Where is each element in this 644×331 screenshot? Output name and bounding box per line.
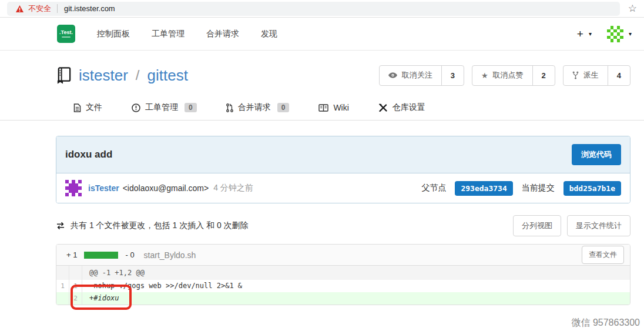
gutter-old — [56, 266, 69, 280]
parent-commit-sha[interactable]: 293eda3734 — [455, 181, 512, 196]
tab-issues-label: 工单管理 — [145, 102, 178, 113]
brand-logo-text: .Test. — [59, 30, 73, 35]
commit-sha-group: 父节点 293eda3734 当前提交 bdd25a7b1e — [421, 181, 621, 196]
fork-icon — [572, 71, 579, 79]
url-separator — [57, 4, 58, 13]
user-menu[interactable]: ▾ — [607, 26, 632, 42]
brand-logo-subline — [62, 36, 71, 38]
fork-label: 派生 — [583, 70, 599, 81]
split-view-button[interactable]: 分列视图 — [513, 215, 561, 236]
repo-name-link[interactable]: gittest — [147, 66, 187, 85]
author-avatar-identicon — [65, 180, 82, 196]
tab-wiki-label: Wiki — [333, 103, 348, 112]
tab-wiki[interactable]: Wiki — [318, 103, 348, 112]
repo-path-separator: / — [136, 67, 140, 83]
diff-view-buttons: 分列视图 显示文件统计 — [513, 215, 630, 236]
repo-title: istester / gittest — [56, 66, 188, 85]
tab-pull-requests-label: 合并请求 — [238, 102, 271, 113]
tab-files[interactable]: 文件 — [73, 102, 102, 113]
watermark-text: 微信 957863300 — [571, 317, 640, 329]
additions-count: + 1 — [66, 250, 77, 259]
commit-time: 4 分钟之前 — [213, 183, 253, 193]
gutter-old-line-number[interactable]: 1 — [56, 280, 69, 292]
show-file-stats-button[interactable]: 显示文件统计 — [567, 215, 630, 236]
user-avatar-identicon — [607, 26, 623, 42]
commit-box: idoxu add 浏览代码 isTester <idolaoxu@gmail.… — [56, 136, 630, 203]
browse-code-button[interactable]: 浏览代码 — [572, 144, 621, 165]
diff-line-context: 1 1 nohup ./gogs web >>/dev/null 2>&1 & — [56, 280, 630, 292]
view-file-button[interactable]: 查看文件 — [582, 246, 624, 264]
red-annotation-box — [71, 285, 132, 310]
bookmark-star-icon[interactable]: ☆ — [628, 4, 637, 14]
commit-header: idoxu add 浏览代码 — [56, 136, 630, 173]
repo-tabs: 文件 工单管理 0 — [56, 95, 630, 120]
diff-summary-row: 共有 1 个文件被更改，包括 1 次插入 和 0 次删除 分列视图 显示文件统计 — [56, 215, 630, 236]
browser-bar: 不安全 git.istester.com ☆ — [0, 0, 644, 18]
navbar: .Test. 控制面板 工单管理 合并请求 发现 + ▾ — [0, 18, 644, 51]
chevron-down-icon: ▾ — [589, 31, 592, 37]
tab-repo-settings[interactable]: 仓库设置 — [378, 102, 425, 113]
forks-count[interactable]: 4 — [608, 66, 630, 85]
tab-issues[interactable]: 工单管理 0 — [132, 102, 197, 113]
deletions-count: - 0 — [125, 250, 134, 259]
author-email: <idolaoxu@gmail.com> — [123, 183, 209, 193]
repo-book-icon — [56, 66, 72, 84]
unwatch-label: 取消关注 — [402, 70, 432, 81]
star-icon: ★ — [481, 71, 488, 80]
additions-bar — [84, 252, 118, 259]
watchers-count[interactable]: 3 — [441, 66, 464, 85]
security-warning-label[interactable]: 不安全 — [28, 4, 51, 14]
nav-item-explore[interactable]: 发现 — [261, 29, 277, 39]
repo-owner-link[interactable]: istester — [79, 66, 128, 85]
repo-tabs-strip: 文件 工单管理 0 — [0, 95, 644, 121]
pull-requests-count-badge: 0 — [277, 103, 290, 112]
wiki-book-icon — [318, 104, 328, 112]
diff-table: @@ -1 +1,2 @@ 1 1 nohup ./gogs web >>/de… — [56, 266, 630, 305]
url-text[interactable]: git.istester.com — [64, 4, 115, 13]
fork-button-group: 派生 4 — [563, 65, 630, 86]
diff-hunk-row: @@ -1 +1,2 @@ — [56, 266, 630, 280]
eye-icon — [388, 72, 397, 78]
diff-file-header: + 1 - 0 start_Byldo.sh 查看文件 — [56, 245, 630, 266]
plus-icon: + — [577, 28, 583, 39]
nav-item-dashboard[interactable]: 控制面板 — [97, 29, 130, 39]
nav-item-issues[interactable]: 工单管理 — [152, 29, 185, 39]
brand-logo[interactable]: .Test. — [57, 25, 75, 43]
unstar-button[interactable]: ★ 取消点赞 — [472, 66, 532, 85]
pull-request-icon — [226, 103, 233, 112]
tab-files-label: 文件 — [86, 102, 102, 113]
url-field[interactable]: 不安全 git.istester.com — [7, 2, 620, 16]
commit-meta-row: isTester <idolaoxu@gmail.com> 4 分钟之前 父节点… — [56, 173, 630, 203]
chevron-down-icon: ▾ — [629, 31, 632, 37]
current-commit-label: 当前提交 — [522, 183, 555, 193]
diff-line-text: +#idoxu — [82, 292, 630, 305]
current-commit-sha[interactable]: bdd25a7b1e — [564, 181, 621, 196]
commit-message: idoxu add — [65, 149, 112, 161]
create-new-dropdown[interactable]: + ▾ — [577, 28, 592, 39]
tab-pull-requests[interactable]: 合并请求 0 — [226, 102, 290, 113]
tools-icon — [378, 103, 388, 112]
tab-repo-settings-label: 仓库设置 — [393, 102, 425, 113]
diff-line-added: 2 +#idoxu — [56, 292, 630, 305]
author-name-link[interactable]: isTester — [88, 183, 119, 193]
nav-item-pull-requests[interactable]: 合并请求 — [206, 29, 239, 39]
unstar-label: 取消点赞 — [493, 70, 524, 81]
hunk-header-text: @@ -1 +1,2 @@ — [82, 266, 630, 280]
repo-header: istester / gittest 取消关注 3 — [56, 51, 630, 87]
unstar-button-group: ★ 取消点赞 2 — [472, 65, 555, 86]
gutter-new — [69, 266, 82, 280]
diff-line-text: nohup ./gogs web >>/dev/null 2>&1 & — [82, 280, 630, 292]
fork-button[interactable]: 派生 — [564, 66, 608, 85]
diff-file-box: + 1 - 0 start_Byldo.sh 查看文件 @@ -1 +1,2 @… — [56, 244, 630, 305]
gutter-old-line-number[interactable] — [56, 292, 69, 305]
issues-count-badge: 0 — [185, 103, 197, 112]
parent-commit-label: 父节点 — [421, 183, 446, 193]
security-warning-icon[interactable] — [15, 5, 24, 13]
issue-icon — [132, 103, 140, 112]
unwatch-button-group: 取消关注 3 — [379, 65, 464, 86]
unwatch-button[interactable]: 取消关注 — [380, 66, 441, 85]
file-icon — [73, 103, 81, 112]
diff-summary-text: 共有 1 个文件被更改，包括 1 次插入 和 0 次删除 — [71, 220, 249, 231]
stars-count[interactable]: 2 — [532, 66, 555, 85]
diff-file-name: start_Byldo.sh — [144, 250, 196, 260]
